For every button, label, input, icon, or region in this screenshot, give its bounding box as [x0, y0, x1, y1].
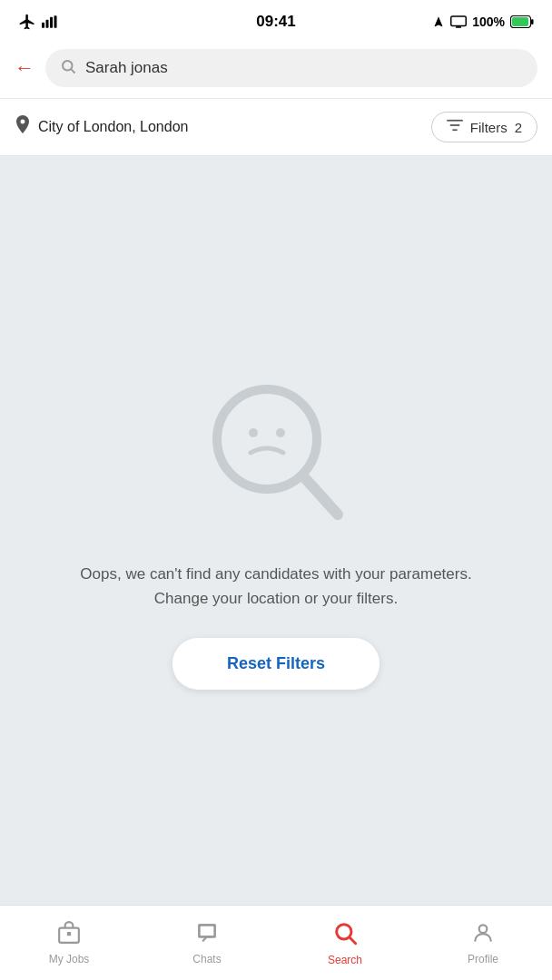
filters-icon: [447, 119, 463, 135]
status-right: 100%: [432, 15, 534, 29]
location-arrow-icon: [432, 15, 445, 28]
tab-search-label: Search: [328, 954, 362, 966]
search-area: ← Sarah jonas: [0, 40, 552, 99]
tab-search[interactable]: Search: [276, 911, 414, 966]
svg-line-16: [305, 478, 338, 514]
screen-icon: [450, 15, 467, 28]
battery-percentage: 100%: [472, 15, 505, 29]
back-button[interactable]: ←: [15, 56, 34, 80]
filters-label: Filters: [470, 120, 508, 135]
sad-magnifier-illustration: [203, 371, 349, 534]
search-query: Sarah jonas: [85, 59, 168, 77]
svg-rect-6: [512, 17, 528, 26]
empty-message: Oops, we can't find any candidates with …: [54, 562, 498, 611]
airplane-icon: [18, 13, 36, 31]
empty-state: Oops, we can't find any candidates with …: [0, 156, 552, 905]
search-tab-icon: [332, 920, 358, 949]
search-icon: [60, 58, 76, 78]
svg-point-15: [276, 428, 285, 437]
tab-chats[interactable]: Chats: [138, 912, 276, 965]
svg-line-21: [350, 937, 355, 943]
location-text: City of London, London: [38, 119, 188, 135]
svg-rect-4: [451, 16, 467, 26]
svg-point-8: [63, 61, 73, 71]
status-left: [18, 13, 58, 31]
svg-rect-18: [67, 931, 71, 935]
svg-rect-7: [531, 19, 534, 24]
location-bar: City of London, London Filters 2: [0, 99, 552, 156]
location-left: City of London, London: [15, 115, 188, 140]
svg-rect-3: [54, 15, 57, 28]
svg-rect-19: [199, 925, 214, 936]
svg-rect-0: [42, 23, 44, 28]
svg-point-22: [479, 925, 488, 933]
tab-profile[interactable]: Profile: [414, 912, 552, 965]
svg-line-9: [71, 69, 74, 73]
filters-badge: 2: [515, 120, 522, 135]
my-jobs-icon: [57, 921, 81, 948]
search-input-container[interactable]: Sarah jonas: [45, 49, 537, 87]
status-time: 09:41: [256, 13, 295, 31]
chats-icon: [195, 921, 219, 948]
filters-button[interactable]: Filters 2: [431, 112, 537, 142]
profile-icon: [471, 921, 495, 948]
location-pin-icon: [15, 115, 31, 140]
svg-rect-2: [50, 17, 53, 28]
tab-bar: My Jobs Chats Search Profile: [0, 905, 552, 980]
svg-point-14: [249, 428, 258, 437]
battery-icon: [510, 15, 534, 28]
svg-rect-1: [46, 20, 49, 28]
reset-filters-button[interactable]: Reset Filters: [172, 638, 380, 690]
tab-my-jobs[interactable]: My Jobs: [0, 912, 138, 965]
signal-icon: [42, 15, 58, 28]
tab-my-jobs-label: My Jobs: [49, 953, 90, 965]
tab-profile-label: Profile: [468, 953, 498, 965]
tab-chats-label: Chats: [192, 953, 221, 965]
status-bar: 09:41 100%: [0, 0, 552, 40]
